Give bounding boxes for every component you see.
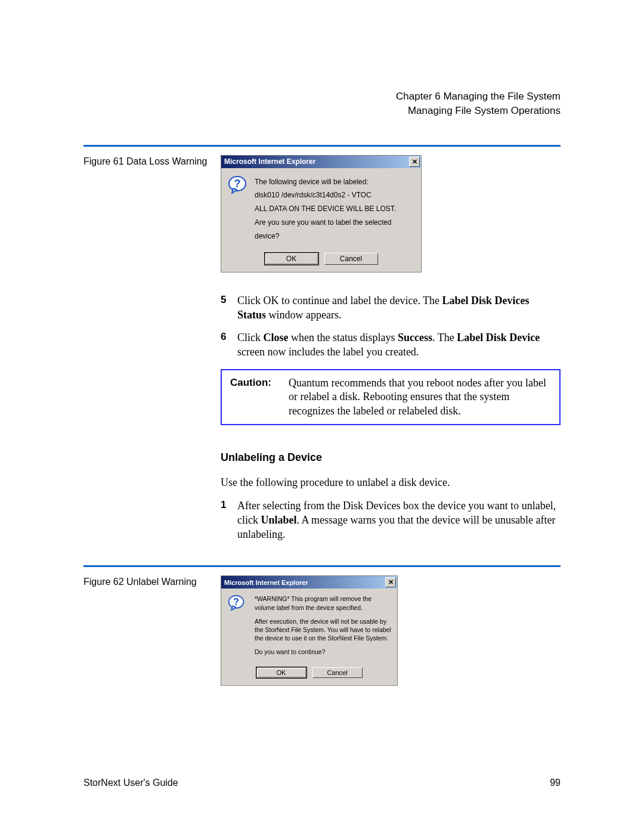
dialog-line: After execution, the device will not be …	[255, 617, 391, 643]
dialog-line: disk010 /dev/rdsk/c3t14d0s2 - VTOC	[255, 188, 415, 202]
dialog-titlebar: Microsoft Internet Explorer ✕	[221, 576, 397, 589]
ok-button[interactable]: OK	[265, 253, 318, 265]
dialog-line: ALL DATA ON THE DEVICE WILL BE LOST.	[255, 202, 415, 216]
dialog-line: Do you want to continue?	[255, 648, 391, 656]
close-icon[interactable]: ✕	[409, 157, 420, 167]
ok-button[interactable]: OK	[256, 667, 306, 678]
caution-box: Caution: Quantum recommends that you reb…	[221, 369, 561, 425]
step-number: 1	[221, 498, 237, 542]
dialog-titlebar: Microsoft Internet Explorer ✕	[221, 156, 421, 168]
step-1: 1 After selecting from the Disk Devices …	[221, 498, 561, 542]
svg-text:?: ?	[233, 597, 239, 607]
step-6: 6 Click Close when the status displays S…	[221, 330, 561, 360]
unlabel-warning-dialog: Microsoft Internet Explorer ✕ ?	[221, 575, 398, 686]
figure-caption: Figure 61 Data Loss Warning	[83, 155, 221, 167]
question-icon: ?	[227, 175, 247, 243]
dialog-title: Microsoft Internet Explorer	[224, 579, 308, 586]
footer-left: StorNext User's Guide	[83, 778, 178, 788]
subheading: Unlabeling a Device	[221, 450, 561, 465]
svg-text:?: ?	[234, 178, 241, 190]
dialog-title: Microsoft Internet Explorer	[224, 157, 315, 166]
step-text: Click OK to continue and label the devic…	[237, 293, 561, 323]
caution-text: Quantum recommends that you reboot nodes…	[289, 376, 551, 418]
cancel-button[interactable]: Cancel	[312, 667, 363, 678]
horizontal-rule	[83, 565, 561, 567]
step-number: 6	[221, 330, 237, 360]
caution-label: Caution:	[230, 376, 289, 418]
step-text: After selecting from the Disk Devices bo…	[237, 498, 561, 542]
horizontal-rule	[83, 145, 561, 147]
chapter-label: Chapter 6 Managing the File System	[83, 89, 561, 104]
page-header: Chapter 6 Managing the File System Manag…	[83, 89, 561, 118]
question-icon: ?	[227, 594, 247, 661]
page-number: 99	[550, 778, 561, 788]
dialog-line: *WARNING* This program will remove the v…	[255, 594, 391, 611]
page-footer: StorNext User's Guide 99	[83, 778, 561, 788]
step-text: Click Close when the status displays Suc…	[237, 330, 561, 360]
section-label: Managing File System Operations	[83, 104, 561, 118]
dialog-line: Are you sure you want to label the selec…	[255, 216, 415, 243]
step-5: 5 Click OK to continue and label the dev…	[221, 293, 561, 323]
intro-text: Use the following procedure to unlabel a…	[221, 475, 561, 490]
dialog-line: The following device will be labeled:	[255, 175, 415, 189]
figure-caption: Figure 62 Unlabel Warning	[83, 575, 221, 587]
close-icon[interactable]: ✕	[385, 577, 396, 587]
cancel-button[interactable]: Cancel	[324, 253, 378, 265]
data-loss-dialog: Microsoft Internet Explorer ✕ ?	[221, 155, 422, 272]
step-number: 5	[221, 293, 237, 323]
